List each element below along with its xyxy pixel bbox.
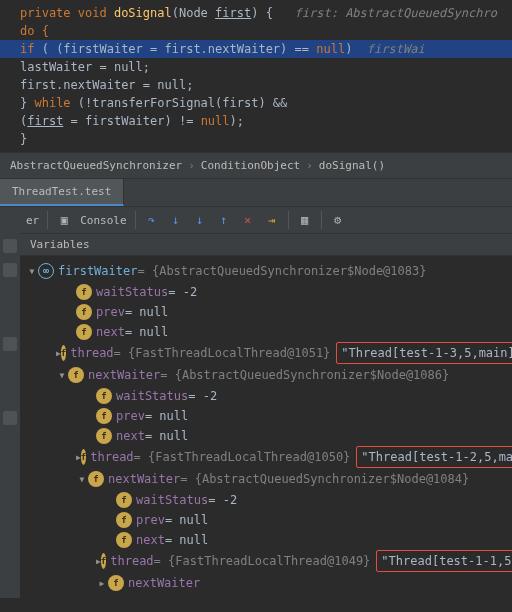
- var-value: = {AbstractQueuedSynchronizer$Node@1084}: [180, 469, 469, 489]
- var-thread[interactable]: f thread = {FastThreadLocalThread@1050} …: [20, 446, 512, 468]
- field-icon: f: [101, 553, 106, 569]
- field-icon: f: [76, 324, 92, 340]
- var-thread[interactable]: f thread = {FastThreadLocalThread@1049} …: [20, 550, 512, 572]
- var-prev[interactable]: f prev = null: [20, 406, 512, 426]
- var-waitstatus[interactable]: f waitStatus = -2: [20, 386, 512, 406]
- var-value: = {FastThreadLocalThread@1051}: [114, 343, 331, 363]
- breadcrumb-item[interactable]: doSignal(): [319, 159, 385, 172]
- separator: [321, 211, 322, 229]
- var-string-highlight: "Thread[test-1-2,5,main]": [356, 446, 512, 468]
- breadcrumb-item[interactable]: AbstractQueuedSynchronizer: [10, 159, 182, 172]
- var-name: prev: [136, 510, 165, 530]
- var-nextwaiter[interactable]: f nextWaiter: [20, 572, 512, 594]
- field-icon: f: [108, 575, 124, 591]
- tool-icon[interactable]: [3, 263, 17, 277]
- console-icon[interactable]: ▣: [56, 212, 72, 228]
- var-name: next: [116, 426, 145, 446]
- step-over-icon[interactable]: ↷: [144, 212, 160, 228]
- run-to-cursor-icon[interactable]: ⇥: [264, 212, 280, 228]
- var-value: = {FastThreadLocalThread@1050}: [134, 447, 351, 467]
- var-value: = -2: [208, 490, 237, 510]
- expand-icon[interactable]: [76, 468, 88, 490]
- object-icon: ∞: [38, 263, 54, 279]
- field-icon: f: [96, 408, 112, 424]
- var-value: = null: [125, 302, 168, 322]
- step-into-icon[interactable]: ↓: [168, 212, 184, 228]
- evaluate-icon[interactable]: ▦: [297, 212, 313, 228]
- var-next[interactable]: f next = null: [20, 426, 512, 446]
- var-value: = -2: [168, 282, 197, 302]
- debug-toolbar: er ▣ Console ↷ ↓ ↓ ↑ ✕ ⇥ ▦ ⚙: [20, 207, 512, 234]
- console-tab[interactable]: Console: [80, 214, 126, 227]
- var-firstwaiter[interactable]: ∞ firstWaiter = {AbstractQueuedSynchroni…: [20, 260, 512, 282]
- code-line: private void doSignal(Node first) { firs…: [0, 4, 512, 22]
- field-icon: f: [61, 345, 66, 361]
- var-waitstatus[interactable]: f waitStatus = -2: [20, 282, 512, 302]
- field-icon: f: [68, 367, 84, 383]
- var-value: = null: [145, 406, 188, 426]
- var-nextwaiter[interactable]: f nextWaiter = {AbstractQueuedSynchroniz…: [20, 364, 512, 386]
- debug-tabs: ThreadTest.test: [0, 179, 512, 207]
- var-nextwaiter[interactable]: f nextWaiter = {AbstractQueuedSynchroniz…: [20, 468, 512, 490]
- var-name: prev: [116, 406, 145, 426]
- tool-icon[interactable]: [3, 239, 17, 253]
- field-icon: f: [116, 532, 132, 548]
- var-name: thread: [90, 447, 133, 467]
- expand-icon[interactable]: [56, 364, 68, 386]
- separator: [47, 211, 48, 229]
- field-icon: f: [76, 284, 92, 300]
- tool-icon[interactable]: [3, 337, 17, 351]
- code-line: }: [0, 130, 512, 148]
- breadcrumb-item[interactable]: ConditionObject: [201, 159, 300, 172]
- expand-icon[interactable]: [26, 260, 38, 282]
- expand-icon[interactable]: [96, 572, 108, 594]
- var-name: waitStatus: [136, 490, 208, 510]
- var-thread[interactable]: f thread = {FastThreadLocalThread@1051} …: [20, 342, 512, 364]
- drop-frame-icon[interactable]: ✕: [240, 212, 256, 228]
- field-icon: f: [96, 388, 112, 404]
- code-line: do {: [0, 22, 512, 40]
- var-value: = null: [165, 530, 208, 550]
- var-value: = null: [145, 426, 188, 446]
- var-value: = {AbstractQueuedSynchronizer$Node@1083}: [137, 261, 426, 281]
- force-step-into-icon[interactable]: ↓: [192, 212, 208, 228]
- var-name: nextWaiter: [88, 365, 160, 385]
- field-icon: f: [116, 512, 132, 528]
- chevron-right-icon: ›: [306, 159, 313, 172]
- var-name: thread: [70, 343, 113, 363]
- tab-threadtest[interactable]: ThreadTest.test: [0, 179, 124, 206]
- var-name: nextWaiter: [108, 469, 180, 489]
- code-line: } while (!transferForSignal(first) &&: [0, 94, 512, 112]
- field-icon: f: [96, 428, 112, 444]
- code-line: (first = firstWaiter) != null);: [0, 112, 512, 130]
- var-name: next: [136, 530, 165, 550]
- separator: [135, 211, 136, 229]
- variables-panel: ∞ firstWaiter = {AbstractQueuedSynchroni…: [20, 256, 512, 598]
- tab-er[interactable]: er: [26, 214, 39, 227]
- field-icon: f: [81, 449, 86, 465]
- code-line: first.nextWaiter = null;: [0, 76, 512, 94]
- separator: [288, 211, 289, 229]
- var-prev[interactable]: f prev = null: [20, 510, 512, 530]
- var-name: prev: [96, 302, 125, 322]
- var-value: = null: [125, 322, 168, 342]
- var-next[interactable]: f next = null: [20, 530, 512, 550]
- field-icon: f: [76, 304, 92, 320]
- var-next[interactable]: f next = null: [20, 322, 512, 342]
- left-gutter: [0, 207, 20, 598]
- var-prev[interactable]: f prev = null: [20, 302, 512, 322]
- var-name: next: [96, 322, 125, 342]
- chevron-right-icon: ›: [188, 159, 195, 172]
- var-value: = {AbstractQueuedSynchronizer$Node@1086}: [160, 365, 449, 385]
- breadcrumb: AbstractQueuedSynchronizer › ConditionOb…: [0, 152, 512, 179]
- var-name: waitStatus: [116, 386, 188, 406]
- settings-icon[interactable]: ⚙: [330, 212, 346, 228]
- var-value: = {FastThreadLocalThread@1049}: [154, 551, 371, 571]
- var-waitstatus[interactable]: f waitStatus = -2: [20, 490, 512, 510]
- field-icon: f: [88, 471, 104, 487]
- step-out-icon[interactable]: ↑: [216, 212, 232, 228]
- tool-icon[interactable]: [3, 411, 17, 425]
- var-value: = -2: [188, 386, 217, 406]
- var-string-highlight: "Thread[test-1-3,5,main]": [336, 342, 512, 364]
- code-editor: private void doSignal(Node first) { firs…: [0, 0, 512, 152]
